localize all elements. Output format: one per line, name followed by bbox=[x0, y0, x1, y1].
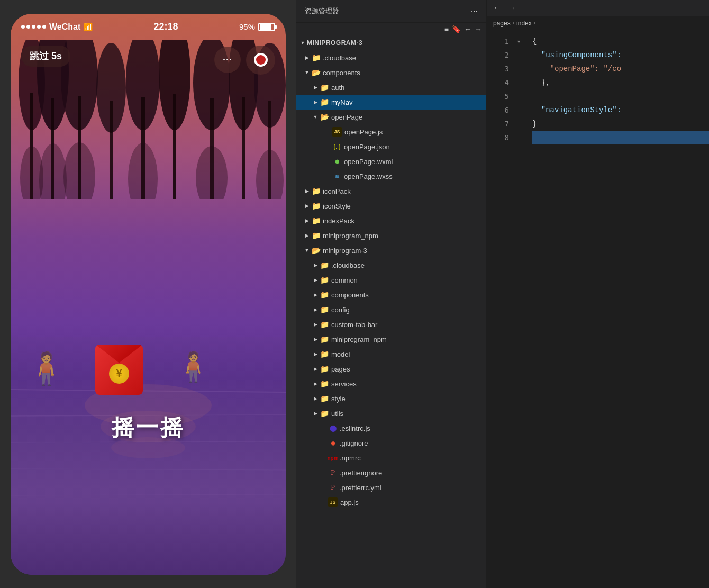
label-prettierrc: .prettierrc.yml bbox=[340, 484, 482, 492]
battery-info: 95% bbox=[239, 22, 275, 31]
folder-components[interactable]: 📂 components bbox=[296, 65, 486, 80]
svg-point-22 bbox=[196, 146, 228, 199]
label-pages: pages bbox=[331, 365, 482, 373]
breadcrumb-sep-1: › bbox=[513, 20, 514, 26]
signal-dot-3 bbox=[32, 25, 35, 29]
ide-panel: 资源管理器 ··· ≡ 🔖 ← → MINIPROGRAM-3 📁 bbox=[296, 0, 709, 588]
file-prettierignore[interactable]: 𝙿 .prettierignore bbox=[296, 465, 486, 480]
breadcrumb-index: index bbox=[516, 20, 532, 27]
file-openpage-json[interactable]: {..} openPage.json bbox=[296, 139, 486, 154]
line-numbers: 1 2 3 4 5 6 7 8 bbox=[487, 30, 513, 588]
folder-common[interactable]: 📁 common bbox=[296, 273, 486, 287]
label-style: style bbox=[331, 395, 482, 403]
label-components: components bbox=[323, 69, 482, 77]
label-miniprogram3: miniprogram-3 bbox=[323, 247, 482, 255]
file-prettierrc[interactable]: 𝙿 .prettierrc.yml bbox=[296, 480, 486, 495]
icon-appjs: JS bbox=[328, 497, 338, 507]
folder-indexpack[interactable]: 📁 indexPack bbox=[296, 213, 486, 228]
folder-utils[interactable]: 📁 utils bbox=[296, 406, 486, 421]
folder-openpage[interactable]: 📂 openPage bbox=[296, 110, 486, 124]
code-line-1: { bbox=[532, 34, 709, 48]
folder-icon-indexpack: 📁 bbox=[311, 216, 321, 225]
root-item[interactable]: MINIPROGRAM-3 bbox=[296, 35, 486, 50]
fold-5 bbox=[513, 89, 524, 103]
file-npmrc[interactable]: npm .npmrc bbox=[296, 450, 486, 465]
line-num-3: 3 bbox=[487, 62, 509, 76]
chevron-model bbox=[311, 350, 320, 358]
file-openpage-wxss[interactable]: ≋ openPage.wxss bbox=[296, 169, 486, 184]
root-chevron bbox=[298, 39, 307, 47]
nav-bar: ← → bbox=[487, 0, 709, 16]
label-openpage-wxss: openPage.wxss bbox=[344, 173, 482, 180]
folder-icon-services: 📁 bbox=[320, 379, 329, 388]
folder-components-2[interactable]: 📁 components bbox=[296, 287, 486, 302]
chevron-indexpack bbox=[303, 216, 311, 225]
fold-7 bbox=[513, 117, 524, 131]
folder-style[interactable]: 📁 style bbox=[296, 391, 486, 406]
forward-nav-icon[interactable]: → bbox=[506, 2, 519, 14]
code-area: 1 2 3 4 5 6 7 8 ▾ bbox=[487, 30, 709, 588]
chevron-miniprogram-npm bbox=[303, 231, 311, 240]
file-gitignore[interactable]: ◆ .gitignore bbox=[296, 436, 486, 450]
folder-icon-common: 📁 bbox=[320, 275, 329, 285]
chevron-cloudbase-2 bbox=[311, 261, 320, 269]
record-button[interactable] bbox=[246, 46, 275, 75]
folder-miniprogram-npm-2[interactable]: 📁 miniprogram_npm bbox=[296, 332, 486, 347]
folder-miniprogram3[interactable]: 📂 miniprogram-3 bbox=[296, 243, 486, 258]
code-editor: ← → pages › index › 1 2 3 4 5 6 7 8 bbox=[487, 0, 709, 588]
folder-config[interactable]: 📁 config bbox=[296, 302, 486, 317]
options-button[interactable]: ··· bbox=[214, 47, 241, 73]
explorer-more-icon[interactable]: ··· bbox=[471, 6, 478, 16]
back-nav-icon[interactable]: ← bbox=[491, 2, 504, 14]
chevron-services bbox=[311, 379, 320, 388]
folder-cloudbase-1[interactable]: 📁 .cloudbase bbox=[296, 50, 486, 65]
label-auth: auth bbox=[331, 84, 482, 92]
explorer-title: 资源管理器 bbox=[305, 6, 339, 16]
folder-icon-cloudbase-2: 📁 bbox=[320, 260, 329, 270]
folder-pages[interactable]: 📁 pages bbox=[296, 361, 486, 376]
code-line-3: "openPage": "/co bbox=[532, 62, 709, 76]
skip-button[interactable]: 跳过 5s bbox=[21, 46, 70, 67]
folder-icon-iconpack: 📁 bbox=[311, 186, 321, 196]
breadcrumb-sep-2: › bbox=[534, 20, 535, 26]
folder-miniprogram-npm[interactable]: 📁 miniprogram_npm bbox=[296, 228, 486, 243]
label-custom-tab-bar: custom-tab-bar bbox=[331, 321, 482, 329]
code-line-5 bbox=[532, 89, 709, 103]
fold-8 bbox=[513, 131, 524, 144]
chevron-appjs bbox=[320, 498, 328, 506]
line-num-7: 7 bbox=[487, 117, 509, 131]
bookmark-icon[interactable]: 🔖 bbox=[452, 25, 461, 33]
code-line-2: "usingComponents": bbox=[532, 48, 709, 62]
file-openpage-js[interactable]: JS openPage.js bbox=[296, 124, 486, 139]
back-arrow-icon[interactable]: ← bbox=[464, 25, 471, 33]
label-utils: utils bbox=[331, 410, 482, 418]
code-content[interactable]: { "usingComponents": "openPage": "/co }, bbox=[524, 30, 709, 588]
file-openpage-wxml[interactable]: ⬢ openPage.wxml bbox=[296, 154, 486, 169]
list-icon[interactable]: ≡ bbox=[444, 25, 449, 33]
folder-iconstyle[interactable]: 📁 iconStyle bbox=[296, 198, 486, 213]
chevron-auth bbox=[311, 83, 320, 92]
folder-services[interactable]: 📁 services bbox=[296, 376, 486, 391]
fold-1[interactable]: ▾ bbox=[513, 34, 524, 48]
folder-icon-auth: 📁 bbox=[320, 83, 329, 92]
label-prettierignore: .prettierignore bbox=[340, 469, 482, 477]
token-2-1: "usingComponents": bbox=[532, 48, 621, 62]
forward-arrow-icon[interactable]: → bbox=[475, 25, 482, 33]
file-appjs[interactable]: JS app.js bbox=[296, 495, 486, 510]
file-eslintrc[interactable]: ⬤ .eslintrc.js bbox=[296, 421, 486, 436]
folder-icon-model: 📁 bbox=[320, 349, 329, 359]
clock: 22:18 bbox=[154, 21, 178, 32]
folder-cloudbase-2[interactable]: 📁 .cloudbase bbox=[296, 258, 486, 273]
label-mynav: myNav bbox=[331, 98, 482, 106]
red-envelope[interactable]: ¥ bbox=[95, 345, 143, 395]
explorer-actions[interactable]: ··· bbox=[471, 6, 478, 16]
label-openpage-json: openPage.json bbox=[344, 143, 482, 151]
breadcrumb-bar: pages › index › bbox=[487, 16, 709, 30]
folder-mynav[interactable]: 📁 myNav bbox=[296, 95, 486, 110]
folder-iconpack[interactable]: 📁 iconPack bbox=[296, 184, 486, 198]
folder-model[interactable]: 📁 model bbox=[296, 347, 486, 361]
folder-custom-tab-bar[interactable]: 📁 custom-tab-bar bbox=[296, 317, 486, 332]
icon-wxml: ⬢ bbox=[332, 157, 342, 166]
folder-auth[interactable]: 📁 auth bbox=[296, 80, 486, 95]
folder-icon-iconstyle: 📁 bbox=[311, 201, 321, 211]
